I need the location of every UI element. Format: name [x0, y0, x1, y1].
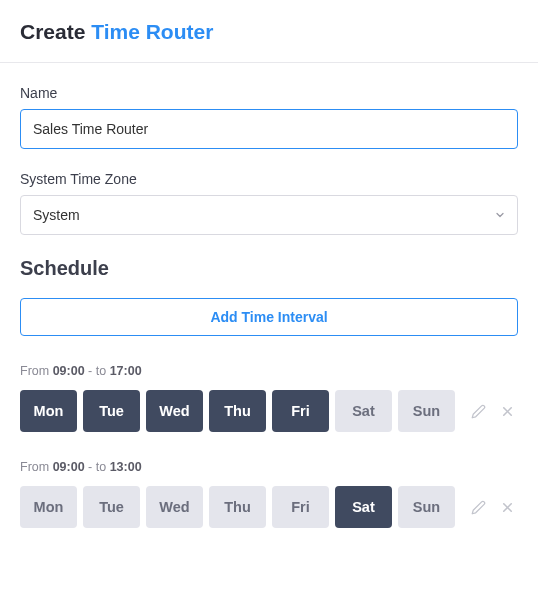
- title-prefix: Create: [20, 20, 91, 43]
- to-text: - to: [85, 364, 110, 378]
- interval-time-label: From 09:00 - to 13:00: [20, 460, 518, 474]
- close-icon[interactable]: [498, 402, 517, 421]
- page-title: Create Time Router: [20, 20, 518, 44]
- day-toggle-fri[interactable]: Fri: [272, 486, 329, 528]
- day-toggle-mon[interactable]: Mon: [20, 390, 77, 432]
- interval-actions: [469, 498, 517, 517]
- intervals-list: From 09:00 - to 17:00MonTueWedThuFriSatS…: [20, 364, 518, 528]
- timezone-field: System Time Zone System: [20, 171, 518, 235]
- edit-icon[interactable]: [469, 498, 488, 517]
- to-time: 17:00: [110, 364, 142, 378]
- title-accent: Time Router: [91, 20, 213, 43]
- from-text: From: [20, 460, 53, 474]
- day-toggle-mon[interactable]: Mon: [20, 486, 77, 528]
- day-toggle-fri[interactable]: Fri: [272, 390, 329, 432]
- from-text: From: [20, 364, 53, 378]
- day-toggle-thu[interactable]: Thu: [209, 486, 266, 528]
- day-toggle-tue[interactable]: Tue: [83, 486, 140, 528]
- day-toggle-sat[interactable]: Sat: [335, 486, 392, 528]
- timezone-label: System Time Zone: [20, 171, 518, 187]
- interval: From 09:00 - to 13:00MonTueWedThuFriSatS…: [20, 460, 518, 528]
- day-toggle-sat[interactable]: Sat: [335, 390, 392, 432]
- interval-actions: [469, 402, 517, 421]
- day-toggle-tue[interactable]: Tue: [83, 390, 140, 432]
- content: Name System Time Zone System Schedule Ad…: [0, 63, 538, 576]
- name-field: Name: [20, 85, 518, 149]
- from-time: 09:00: [53, 460, 85, 474]
- add-time-interval-button[interactable]: Add Time Interval: [20, 298, 518, 336]
- to-text: - to: [85, 460, 110, 474]
- name-input[interactable]: [20, 109, 518, 149]
- page-header: Create Time Router: [0, 0, 538, 63]
- day-toggle-sun[interactable]: Sun: [398, 390, 455, 432]
- interval-time-label: From 09:00 - to 17:00: [20, 364, 518, 378]
- edit-icon[interactable]: [469, 402, 488, 421]
- interval: From 09:00 - to 17:00MonTueWedThuFriSatS…: [20, 364, 518, 432]
- timezone-select[interactable]: System: [20, 195, 518, 235]
- day-toggle-sun[interactable]: Sun: [398, 486, 455, 528]
- to-time: 13:00: [110, 460, 142, 474]
- schedule-title: Schedule: [20, 257, 518, 280]
- day-toggle-wed[interactable]: Wed: [146, 390, 203, 432]
- timezone-select-wrap: System: [20, 195, 518, 235]
- day-toggle-thu[interactable]: Thu: [209, 390, 266, 432]
- close-icon[interactable]: [498, 498, 517, 517]
- from-time: 09:00: [53, 364, 85, 378]
- days-row: MonTueWedThuFriSatSun: [20, 390, 518, 432]
- days-row: MonTueWedThuFriSatSun: [20, 486, 518, 528]
- day-toggle-wed[interactable]: Wed: [146, 486, 203, 528]
- name-label: Name: [20, 85, 518, 101]
